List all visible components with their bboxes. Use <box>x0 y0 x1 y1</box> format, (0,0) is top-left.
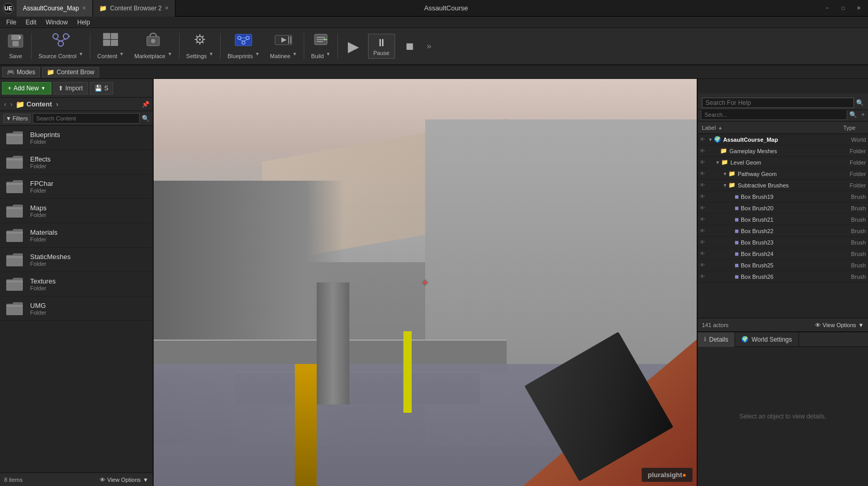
path-back-button[interactable]: ‹ <box>3 101 7 108</box>
folder-item-maps[interactable]: Maps Folder <box>0 199 153 223</box>
outliner-search-input[interactable] <box>701 110 847 120</box>
tab-details[interactable]: ℹ Details <box>698 332 735 347</box>
outliner-item[interactable]: 👁 ▶ ◼ Box Brush25 Brush <box>698 260 868 271</box>
close-button[interactable]: ✕ <box>851 3 866 14</box>
visibility-icon[interactable]: 👁 <box>700 182 708 188</box>
menu-file[interactable]: File <box>2 18 20 27</box>
outliner-item[interactable]: 👁 ▶ ◼ Box Brush24 Brush <box>698 248 868 260</box>
visibility-icon[interactable]: 👁 <box>700 217 708 222</box>
expand-arrow[interactable]: ▼ <box>715 160 720 165</box>
folder-item-materials[interactable]: Materials Folder <box>0 223 153 248</box>
source-control-button[interactable]: Source Control ▼ <box>34 30 88 63</box>
outliner-item[interactable]: 👁 ▶ ◼ Box Brush22 Brush <box>698 225 868 237</box>
folder-item-effects[interactable]: Effects Folder <box>0 150 153 174</box>
marketplace-button[interactable]: Marketplace ▼ <box>130 30 177 63</box>
outliner-item[interactable]: 👁 ▶ ◼ Box Brush21 Brush <box>698 214 868 225</box>
expand-arrow[interactable]: ▶ <box>730 228 734 234</box>
build-button[interactable]: Build ▼ <box>306 30 335 63</box>
outliner-item[interactable]: 👁 ▶ ◼ Box Brush20 Brush <box>698 203 868 214</box>
world-outliner: World Outliner + ✕ 🔍 + Label ▲ Type <box>698 93 868 332</box>
search-content-input[interactable] <box>33 113 140 124</box>
expand-arrow[interactable]: ▶ <box>730 206 734 211</box>
path-forward-button[interactable]: › <box>9 101 13 108</box>
folder-item-staticmeshes[interactable]: StaticMeshes Folder <box>0 248 153 272</box>
tab-close-1[interactable]: ✕ <box>82 5 86 11</box>
expand-arrow[interactable]: ▶ <box>730 194 734 199</box>
play-button[interactable]: ▶ <box>340 30 367 63</box>
outliner-item[interactable]: 👁 ▶ ◼ Box Brush26 Brush <box>698 271 868 282</box>
tab-assault-course-map[interactable]: AssaultCourse_Map ✕ <box>17 0 93 17</box>
path-pin-icon[interactable]: 📌 <box>142 101 150 108</box>
visibility-icon[interactable]: 👁 <box>700 274 708 279</box>
content-browser-label: Content Brow <box>57 69 94 76</box>
outliner-item[interactable]: 👁 ▼ 🌍 AssaultCourse_Map World <box>698 134 868 145</box>
menu-window[interactable]: Window <box>42 18 72 27</box>
minimize-button[interactable]: − <box>820 3 835 14</box>
visibility-icon[interactable]: 👁 <box>700 148 708 154</box>
visibility-icon[interactable]: 👁 <box>700 159 708 165</box>
expand-arrow[interactable]: ▶ <box>730 263 734 268</box>
toolbar-expand[interactable]: » <box>424 30 435 63</box>
modes-button[interactable]: 🎮 Modes <box>2 67 40 77</box>
folder-item-umg[interactable]: UMG Folder <box>0 296 153 321</box>
visibility-icon[interactable]: 👁 <box>700 205 708 211</box>
item-indent: ▼ 📁 Pathway Geom <box>708 170 824 177</box>
visibility-icon[interactable]: 👁 <box>700 194 708 199</box>
outliner-item[interactable]: 👁 ▼ 📁 Subtractive Brushes Folder <box>698 180 868 191</box>
outliner-view-options-button[interactable]: 👁 View Options ▼ <box>815 322 864 328</box>
expand-arrow[interactable]: ▶ <box>730 251 734 256</box>
tab-content-browser-2[interactable]: 📁 Content Browser 2 ✕ <box>93 0 175 17</box>
visibility-icon[interactable]: 👁 <box>700 171 708 177</box>
expand-arrow[interactable]: ▶ <box>730 217 734 222</box>
content-browser-button[interactable]: 📁 Content Brow <box>42 67 99 77</box>
app-title: AssaultCourse <box>424 4 572 12</box>
outliner-item[interactable]: 👁 ▶ ◼ Box Brush23 Brush <box>698 237 868 248</box>
folder-type: Folder <box>30 212 47 218</box>
visibility-icon[interactable]: 👁 <box>700 251 708 256</box>
matinee-button[interactable]: Matinee ▼ <box>265 30 302 63</box>
outliner-item[interactable]: 👁 ▼ 📁 Pathway Geom Folder <box>698 168 868 180</box>
save-button[interactable]: Save <box>2 30 29 63</box>
folder-item-fpchar[interactable]: FPChar Folder <box>0 174 153 199</box>
view-options-button[interactable]: 👁 View Options ▼ <box>100 477 149 483</box>
outliner-item[interactable]: 👁 ▶ 📁 Gameplay Meshes Folder <box>698 145 868 157</box>
content-arrow: ▼ <box>119 51 124 57</box>
folder-item-textures[interactable]: Textures Folder <box>0 272 153 296</box>
viewport-crosshair: + <box>423 277 428 288</box>
stop-button[interactable]: ⏹ <box>396 30 423 63</box>
content-button[interactable]: Content ▼ <box>92 30 128 63</box>
tab-world-settings[interactable]: 🌍 World Settings <box>735 332 799 347</box>
menu-edit[interactable]: Edit <box>21 18 40 27</box>
content-browser-path: ‹ › 📁 Content › 📌 <box>0 98 153 111</box>
expand-arrow[interactable]: ▶ <box>730 274 734 279</box>
tab-close-2[interactable]: ✕ <box>165 5 169 11</box>
path-folder-label[interactable]: Content › <box>26 100 58 108</box>
settings-button[interactable]: Settings ▼ <box>182 30 219 63</box>
import-button[interactable]: ⬆ Import <box>53 82 88 95</box>
visibility-icon[interactable]: 👁 <box>700 262 708 268</box>
visibility-icon[interactable]: 👁 <box>700 239 708 245</box>
pause-button[interactable]: ⏸ Pause <box>368 34 395 59</box>
outliner-add-button[interactable]: + <box>861 111 865 118</box>
outliner-item[interactable]: 👁 ▼ 📁 Level Geom Folder <box>698 157 868 168</box>
save-all-button[interactable]: 💾 S <box>90 82 113 95</box>
maximize-button[interactable]: □ <box>836 3 850 14</box>
visibility-icon[interactable]: 👁 <box>700 137 708 142</box>
expand-arrow[interactable]: ▼ <box>723 171 727 177</box>
title-bar-controls: − □ ✕ <box>820 3 868 14</box>
filters-button[interactable]: ▼ Filters <box>3 114 31 123</box>
menu-help[interactable]: Help <box>73 18 94 27</box>
toolbar-sep-3 <box>179 33 180 59</box>
visibility-icon[interactable]: 👁 <box>700 228 708 234</box>
item-type: World <box>824 137 866 143</box>
expand-arrow[interactable]: ▶ <box>715 148 719 154</box>
add-new-button[interactable]: + Add New ▼ <box>2 82 51 95</box>
expand-arrow[interactable]: ▶ <box>730 240 734 245</box>
viewport[interactable]: + pluralsight● <box>154 79 697 486</box>
blueprints-button[interactable]: Blueprints ▼ <box>223 30 264 63</box>
expand-arrow[interactable]: ▼ <box>708 137 713 142</box>
expand-arrow[interactable]: ▼ <box>723 183 727 188</box>
help-search-input[interactable] <box>702 98 854 108</box>
outliner-item[interactable]: 👁 ▶ ◼ Box Brush19 Brush <box>698 191 868 203</box>
folder-item-blueprints[interactable]: Blueprints Folder <box>0 126 153 150</box>
